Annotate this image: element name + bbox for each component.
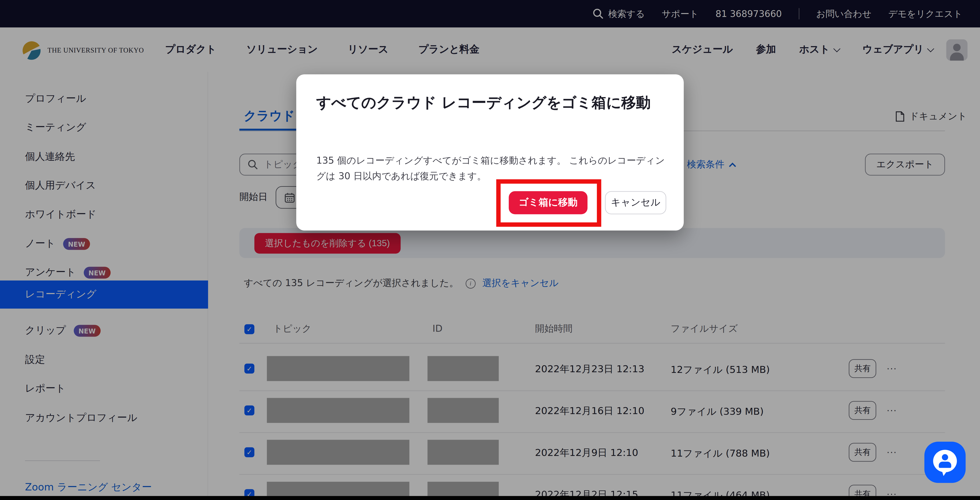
move-to-trash-dialog: すべてのクラウド レコーディングをゴミ箱に移動 135 個のレコーディングすべて… [296,75,684,231]
cancel-button[interactable]: キャンセル [605,191,666,214]
page: 検索する サポート 81 368973660 お問い合わせ デモをリクエスト T… [0,0,980,500]
dialog-title: すべてのクラウド レコーディングをゴミ箱に移動 [316,92,668,113]
support-chat-button[interactable] [924,442,966,483]
move-to-trash-button[interactable]: ゴミ箱に移動 [509,191,587,214]
chat-bubble-icon [933,450,957,472]
dialog-body-text: 135 個のレコーディングすべてがゴミ箱に移動されます。 これらのレコーディング… [316,153,665,183]
